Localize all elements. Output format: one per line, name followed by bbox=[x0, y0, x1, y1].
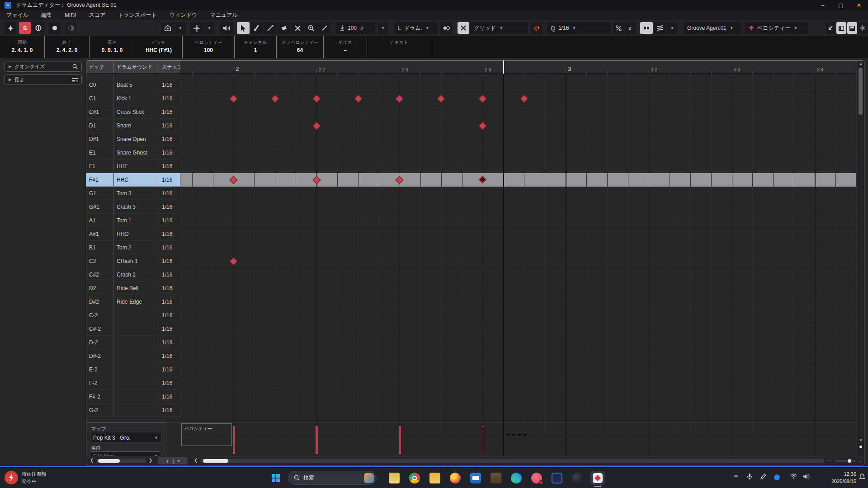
zoom-out-icon[interactable]: − bbox=[828, 458, 830, 463]
add-lane-button[interactable]: ＋ | ▼ bbox=[158, 457, 188, 465]
workspace-button[interactable] bbox=[161, 22, 175, 34]
drum-row-sound[interactable]: HHO bbox=[114, 227, 159, 241]
drum-row-snap[interactable]: 1/16 bbox=[159, 295, 180, 309]
velocity-bar[interactable] bbox=[316, 426, 318, 454]
h-zoom-slider[interactable] bbox=[835, 460, 856, 462]
sidebar-quantize-section[interactable]: ▶ クオンタイズ bbox=[5, 61, 82, 72]
drum-note[interactable] bbox=[229, 257, 237, 265]
drum-row-snap[interactable]: 1/16 bbox=[159, 376, 180, 390]
info-field[interactable]: オフベロシティー64 bbox=[277, 36, 324, 58]
drum-row-pitch[interactable]: C2 bbox=[86, 254, 114, 268]
list-scroll-thumb[interactable] bbox=[98, 459, 120, 463]
midi-input-button[interactable] bbox=[654, 22, 666, 34]
drum-row-D2[interactable]: D2Ride Bell1/16 bbox=[86, 282, 180, 295]
drum-row-snap[interactable]: 1/16 bbox=[159, 363, 180, 376]
insert-velocity-box[interactable]: 100 ⇵ bbox=[336, 22, 375, 34]
info-field[interactable]: 終了2. 4. 2. 0 bbox=[45, 36, 90, 58]
weather-alert-icon[interactable] bbox=[5, 471, 18, 484]
maximize-button[interactable]: ▢ bbox=[832, 0, 850, 10]
drum-row-F#1[interactable]: F#1HHC1/16 bbox=[86, 173, 180, 187]
list-scrollbar[interactable] bbox=[96, 459, 146, 463]
drum-row-C#-2[interactable]: C#-21/16 bbox=[86, 322, 180, 336]
drum-row-sound[interactable]: Cross Stick bbox=[114, 105, 159, 119]
drum-row-pitch[interactable]: D-2 bbox=[86, 336, 114, 349]
taskbar-clock[interactable]: 12:30 2025/08/15 bbox=[831, 470, 856, 485]
taskbar-icon-code-app[interactable] bbox=[550, 471, 564, 485]
start-button[interactable] bbox=[269, 471, 283, 485]
drum-row-snap[interactable]: 1/16 bbox=[159, 78, 180, 92]
drum-row-snap[interactable]: 1/16 bbox=[159, 160, 180, 173]
drum-row-sound[interactable] bbox=[114, 376, 159, 390]
drum-row-sound[interactable] bbox=[114, 363, 159, 376]
taskbar-icon-cubase-active[interactable] bbox=[590, 471, 605, 485]
drum-note[interactable] bbox=[478, 94, 486, 103]
step-input-button[interactable] bbox=[640, 22, 653, 34]
drum-row-snap[interactable]: 1/16 bbox=[159, 282, 180, 295]
erase-tool[interactable] bbox=[278, 22, 290, 34]
drum-row-F#-2[interactable]: F#-21/16 bbox=[86, 390, 180, 404]
taskbar-icon-folder[interactable] bbox=[428, 471, 442, 485]
drum-row-snap[interactable]: 1/16 bbox=[159, 336, 180, 349]
info-field[interactable]: ピッチHHC (F#1) bbox=[135, 36, 183, 58]
step-input-dropdown[interactable]: ▼ bbox=[667, 22, 677, 34]
drum-row-sound[interactable]: Snare bbox=[114, 119, 159, 132]
drum-note[interactable] bbox=[354, 94, 362, 103]
drum-row-pitch[interactable]: C0 bbox=[86, 78, 114, 92]
scroll-right-icon[interactable]: ❯ bbox=[149, 458, 152, 463]
horizontal-scroll-thumb[interactable] bbox=[203, 459, 228, 463]
drum-row-snap[interactable]: 1/16 bbox=[159, 227, 180, 241]
line-tool[interactable] bbox=[264, 22, 277, 34]
vertical-scroll-thumb[interactable] bbox=[859, 68, 863, 115]
drum-row-G#1[interactable]: G#1Crash 31/16 bbox=[86, 200, 180, 214]
drum-row-snap[interactable]: 1/16 bbox=[159, 254, 180, 268]
drumstick-tool[interactable] bbox=[250, 22, 263, 34]
info-field[interactable]: テキスト bbox=[367, 36, 431, 58]
drum-row-pitch[interactable]: G1 bbox=[86, 187, 114, 200]
info-field[interactable]: チャンネル1 bbox=[235, 36, 277, 58]
drum-row-snap[interactable]: 1/16 bbox=[159, 309, 180, 322]
drum-row-pitch[interactable]: C#1 bbox=[86, 105, 114, 119]
drum-row-E-2[interactable]: E-21/16 bbox=[86, 363, 180, 376]
drum-row-pitch[interactable]: F1 bbox=[86, 160, 114, 173]
expand-arrow-icon[interactable]: ▶ bbox=[9, 77, 12, 82]
drum-row-pitch[interactable]: C-2 bbox=[86, 309, 114, 322]
taskbar-icon-chrome[interactable] bbox=[407, 471, 422, 485]
drum-row-sound[interactable]: Snare Open bbox=[114, 132, 159, 146]
taskbar-icon-mail[interactable] bbox=[468, 471, 483, 485]
quantize-edit-button[interactable]: e bbox=[625, 22, 636, 34]
drum-row-sound[interactable]: Crash 3 bbox=[114, 200, 159, 214]
taskbar-icon-dark-app[interactable] bbox=[570, 471, 585, 485]
sidebar-length-section[interactable]: ▶ 長さ bbox=[5, 74, 82, 85]
drum-row-pitch[interactable]: D1 bbox=[86, 119, 114, 132]
note-grid[interactable]: B0Beat 41/16C0Beat 51/16C1Kick 11/16C#1C… bbox=[86, 74, 858, 456]
drum-row-pitch[interactable]: A1 bbox=[86, 214, 114, 227]
drum-row-snap[interactable]: 1/16 bbox=[159, 322, 180, 336]
drum-row-pitch[interactable]: E-2 bbox=[86, 363, 114, 376]
drum-row-sound[interactable]: CRash 1 bbox=[114, 254, 159, 268]
insert-velocity-dropdown[interactable]: ▼ bbox=[378, 22, 388, 34]
drum-row-A#1[interactable]: A#1HHO1/16 bbox=[86, 227, 180, 241]
scroll-down-icon[interactable]: ▼ bbox=[859, 438, 863, 442]
horizontal-scrollbar[interactable] bbox=[200, 459, 824, 463]
quantize-preset-dropdown[interactable]: Q 1/16 ▼ bbox=[547, 22, 610, 34]
drum-note[interactable] bbox=[520, 94, 528, 103]
drum-row-sound[interactable]: Tom 3 bbox=[114, 187, 159, 200]
drum-row-pitch[interactable]: F#1 bbox=[86, 173, 114, 187]
part-selector-dropdown[interactable]: Groove Agen.01 ▼ bbox=[684, 22, 741, 34]
taskbar-icon-file-explorer[interactable] bbox=[387, 471, 401, 485]
drum-row-snap[interactable]: 1/16 bbox=[159, 214, 180, 227]
setup-toolbar-button[interactable] bbox=[858, 22, 867, 34]
drum-row-snap[interactable]: 1/16 bbox=[159, 105, 180, 119]
drum-note[interactable] bbox=[271, 94, 279, 103]
menu-item-3[interactable]: MIDI bbox=[58, 10, 82, 20]
drum-row-pitch[interactable]: C1 bbox=[86, 92, 114, 105]
h-zoom-thumb[interactable] bbox=[848, 459, 851, 463]
drum-row-pitch[interactable]: C#-2 bbox=[86, 322, 114, 336]
drum-row-snap[interactable]: 1/16 bbox=[159, 241, 180, 254]
drum-row-D#1[interactable]: D#1Snare Open1/16 bbox=[86, 132, 180, 146]
drum-row-sound[interactable]: Beat 5 bbox=[114, 78, 159, 92]
tray-chevron-up-icon[interactable] bbox=[733, 474, 739, 479]
menu-item-6[interactable]: ウィンドウ bbox=[163, 10, 203, 20]
drum-row-pitch[interactable]: G-2 bbox=[86, 404, 114, 417]
drum-row-snap[interactable]: 1/16 bbox=[159, 404, 180, 417]
